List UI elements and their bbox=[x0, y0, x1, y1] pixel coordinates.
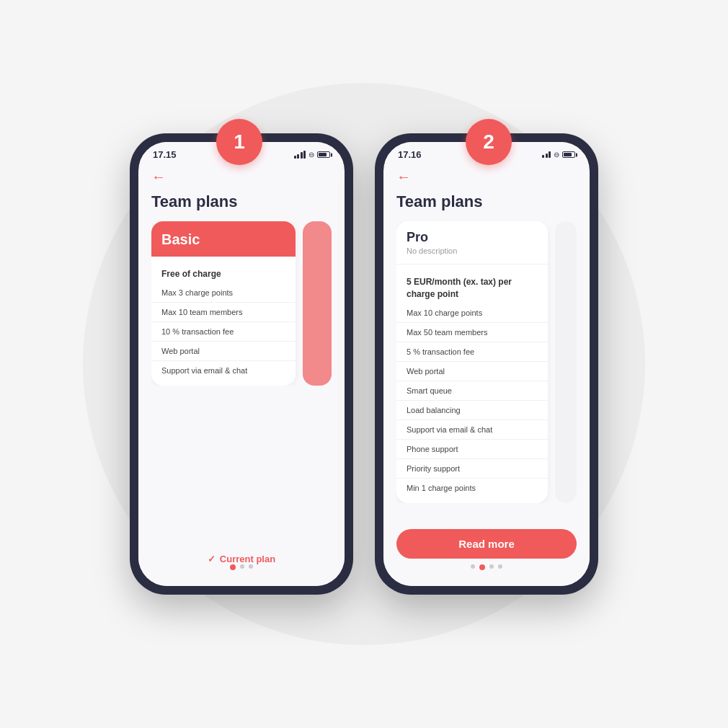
phone-1-content: ← Team plans Basic Free of charge Max 3 … bbox=[138, 163, 345, 548]
phone-2-feature-4: Web portal bbox=[396, 362, 548, 381]
dot-2-3 bbox=[489, 564, 494, 569]
wifi-icon-2: ⊖ bbox=[554, 151, 559, 159]
wifi-icon: ⊖ bbox=[308, 151, 314, 159]
dot-2-2 bbox=[479, 564, 485, 570]
phone-2-back-button[interactable]: ← bbox=[396, 169, 411, 185]
phone-1-features-list: Free of charge Max 3 charge points Max 1… bbox=[151, 257, 296, 386]
phone-2-screen: 17.16 ⊖ ← bbox=[383, 142, 590, 586]
phone-1-feature-2: Max 10 team members bbox=[151, 303, 296, 322]
phone-2-features-list: 5 EUR/month (ex. tax) per charge point M… bbox=[396, 265, 548, 503]
phone-2-feature-9: Priority support bbox=[396, 459, 548, 479]
phones-wrapper: 1 2 17.15 ⊖ bbox=[130, 133, 598, 595]
phone-2-plan-name: Pro bbox=[407, 230, 538, 245]
dot-3 bbox=[249, 564, 253, 569]
phone-2-plan-price: 5 EUR/month (ex. tax) per charge point bbox=[396, 270, 548, 303]
read-more-button[interactable]: Read more bbox=[396, 529, 577, 559]
phone-1-next-card-peek bbox=[303, 221, 332, 386]
phone-2-feature-5: Smart queue bbox=[396, 381, 548, 401]
phone-1-plan-price: Free of charge bbox=[151, 262, 296, 283]
phone-2-pro-header: Pro No description bbox=[396, 221, 548, 265]
badge-2: 2 bbox=[466, 119, 512, 165]
phone-1-basic-header: Basic bbox=[151, 221, 296, 257]
phone-2-bottom: Read more bbox=[383, 520, 590, 586]
scene: 1 2 17.15 ⊖ bbox=[0, 0, 728, 728]
dot-1 bbox=[230, 564, 236, 570]
battery-icon-2 bbox=[562, 151, 575, 158]
phone-1-feature-5: Support via email & chat bbox=[151, 361, 296, 380]
signal-icon-2 bbox=[542, 151, 551, 158]
phone-1-dots bbox=[151, 564, 332, 576]
phone-2-status-icons: ⊖ bbox=[542, 151, 575, 159]
phone-2-feature-10: Min 1 charge points bbox=[396, 479, 548, 497]
phone-2-next-card-peek bbox=[555, 221, 577, 503]
phone-2-time: 17.16 bbox=[398, 149, 422, 160]
phone-2-feature-7: Support via email & chat bbox=[396, 420, 548, 440]
phone-1-time: 17.15 bbox=[153, 149, 177, 160]
dot-2-4 bbox=[498, 564, 502, 569]
phone-1-status-icons: ⊖ bbox=[294, 151, 331, 159]
phone-2-content: ← Team plans Pro No description 5 EUR/mo… bbox=[383, 163, 590, 520]
phone-2-pro-card: Pro No description 5 EUR/month (ex. tax)… bbox=[396, 221, 548, 503]
phone-1-feature-1: Max 3 charge points bbox=[151, 283, 296, 303]
phone-1: 17.15 ⊖ bbox=[130, 133, 353, 595]
phone-2-dots bbox=[396, 564, 577, 576]
phone-1-page-title: Team plans bbox=[151, 192, 332, 211]
phone-2-feature-2: Max 50 team members bbox=[396, 323, 548, 342]
battery-icon bbox=[317, 151, 330, 158]
phone-1-cards-row: Basic Free of charge Max 3 charge points… bbox=[151, 221, 332, 386]
phone-1-feature-4: Web portal bbox=[151, 342, 296, 361]
checkmark-icon: ✓ bbox=[208, 554, 216, 564]
phone-1-plan-name: Basic bbox=[161, 231, 285, 248]
phone-2-feature-1: Max 10 charge points bbox=[396, 303, 548, 323]
dot-2 bbox=[240, 564, 244, 569]
phone-1-bottom: ✓ Current plan bbox=[138, 548, 345, 586]
phone-1-back-button[interactable]: ← bbox=[151, 169, 166, 185]
phone-2-feature-3: 5 % transaction fee bbox=[396, 342, 548, 362]
phone-1-feature-3: 10 % transaction fee bbox=[151, 322, 296, 342]
phone-2-plan-description: No description bbox=[407, 247, 538, 255]
phone-2-feature-8: Phone support bbox=[396, 440, 548, 459]
phone-1-screen: 17.15 ⊖ bbox=[138, 142, 345, 586]
phone-2-cards-row: Pro No description 5 EUR/month (ex. tax)… bbox=[396, 221, 577, 503]
signal-icon bbox=[294, 151, 306, 159]
dot-2-1 bbox=[471, 564, 475, 569]
phone-1-current-plan: ✓ Current plan bbox=[151, 554, 332, 564]
phone-2-feature-6: Load balancing bbox=[396, 401, 548, 420]
phone-2: 17.16 ⊖ ← bbox=[375, 133, 598, 595]
phone-2-page-title: Team plans bbox=[396, 192, 577, 211]
phone-1-basic-card: Basic Free of charge Max 3 charge points… bbox=[151, 221, 296, 386]
badge-1: 1 bbox=[216, 119, 262, 165]
